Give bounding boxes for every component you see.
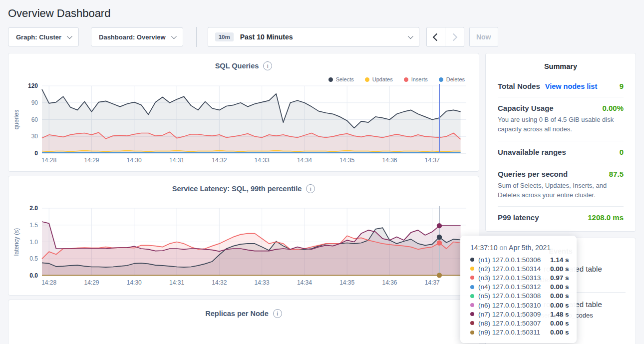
x-tick-label: 14:31 [169,157,184,164]
y-axis-label: queries [13,110,20,129]
legend-item-deletes[interactable]: Deletes [439,76,465,82]
tooltip-node-row: (n7) 127.0.0.1:503091.48 s [470,310,577,319]
node-color-dot-icon [470,331,474,335]
metric-p99-latency: P99 latency 1208.0 ms [498,206,624,228]
chart-title: Replicas per Node [205,310,269,318]
x-tick-label: 14:28 [41,157,56,164]
metric-unavailable-ranges: Unavailable ranges 0 [498,141,624,163]
legend-dot-icon [365,77,369,82]
chevron-left-icon [432,33,440,41]
tooltip-node-value: 0.00 s [550,292,569,300]
tooltip-node-row: (n4) 127.0.0.1:503120.00 s [470,283,577,292]
tooltip-node-value: 0.00 s [550,283,569,291]
tooltip-time: 14:37:10 [470,244,498,252]
info-icon[interactable]: i [263,61,272,70]
chevron-down-icon [407,33,413,39]
metric-label: Unavailable ranges [498,148,566,156]
metric-label: P99 latency [498,213,539,222]
sql-queries-panel: SQL Queries i SelectsUpdatesInsertsDelet… [8,53,479,172]
metric-total-nodes: Total Nodes View nodes list 9 [498,75,624,97]
y-axis-label: latency (s) [13,228,20,256]
chart-title-row: SQL Queries i [8,61,479,70]
summary-panel: Summary Total Nodes View nodes list 9 Ca… [485,53,636,232]
tooltip-node-name: (n7) 127.0.0.1:50309 [478,311,548,318]
service-latency-panel: Service Latency: SQL, 99th percentile i … [8,176,479,296]
y-tick-label: 1.0 [29,239,38,246]
hover-dot-(n9) 127.0.0.1:50311 [437,273,442,278]
time-next-button[interactable] [445,27,464,47]
x-tick-label: 14:34 [297,279,312,286]
time-range-dropdown[interactable]: 10m Past 10 Minutes [208,27,419,47]
y-tick-label: 1.5 [29,222,38,229]
x-tick-label: 14:29 [84,279,99,286]
sql-queries-chart[interactable]: 14:2814:2914:3014:3114:3214:3314:3414:35… [8,81,479,166]
chart-title-row: Replicas per Node i [8,309,479,318]
view-nodes-list-link[interactable]: View nodes list [545,82,598,90]
dashboard-dropdown[interactable]: Dashboard: Overview [91,27,183,46]
y-tick-label: 0.5 [29,255,38,262]
x-tick-label: 14:36 [382,279,397,286]
y-tick-label: 30 [31,133,38,140]
x-tick-label: 14:33 [255,157,270,164]
now-button[interactable]: Now [469,27,498,47]
node-color-dot-icon [470,312,474,316]
tooltip-node-name: (n8) 127.0.0.1:50307 [478,320,548,327]
graph-scope-dropdown[interactable]: Graph: Cluster [8,27,79,46]
time-range-label: Past 10 Minutes [240,33,293,41]
hover-dot-(n3) 127.0.0.1:50313 [437,240,442,245]
chart-hover-tooltip: 14:37:10 on Apr 5th, 2021 (n1) 127.0.0.1… [460,236,577,343]
legend-item-inserts[interactable]: Inserts [404,76,428,82]
time-prev-button[interactable] [426,27,445,47]
tooltip-node-value: 0.00 s [550,302,569,309]
dashboard-label: Dashboard: Overview [99,33,166,41]
tooltip-node-name: (n4) 127.0.0.1:50312 [478,283,548,291]
summary-title: Summary [498,62,624,70]
tooltip-node-value: 1.48 s [550,311,569,318]
service-latency-chart[interactable]: 14:2814:2914:3014:3114:3214:3314:3414:35… [8,204,479,289]
chevron-down-icon [171,33,176,39]
chevron-right-icon [450,33,458,41]
tooltip-node-value: 0.00 s [550,265,569,273]
metric-value: 0 [620,148,624,156]
chart-title: SQL Queries [215,62,259,70]
x-tick-label: 14:29 [84,157,99,164]
node-color-dot-icon [470,276,474,280]
y-tick-label: 2.0 [29,205,38,212]
metric-label: Queries per second [498,170,568,178]
graph-scope-label: Graph: Cluster [16,33,61,41]
metric-description: You are using 0 B of 4.5 GiB usable disk… [498,115,624,134]
x-tick-label: 14:37 [425,279,440,286]
dashboard-controls: Graph: Cluster Dashboard: Overview 10m P… [8,27,636,47]
legend-label: Selects [336,76,354,82]
replicas-per-node-panel: Replicas per Node i [8,300,479,344]
tooltip-node-value: 1.14 s [550,256,569,264]
node-color-dot-icon [470,267,474,271]
info-icon[interactable]: i [273,309,282,318]
y-tick-label: 60 [31,116,38,123]
time-range-badge: 10m [215,32,234,41]
x-tick-label: 14:32 [212,279,227,286]
metric-description: Sum of Selects, Updates, Inserts, and De… [498,181,624,200]
node-color-dot-icon [470,294,474,298]
tooltip-node-row: (n6) 127.0.0.1:503100.00 s [470,301,577,310]
legend-item-updates[interactable]: Updates [365,76,393,82]
x-tick-label: 14:35 [339,157,354,164]
tooltip-on: on [499,244,507,252]
legend-item-selects[interactable]: Selects [328,76,354,82]
info-icon[interactable]: i [306,184,315,193]
tooltip-node-name: (n3) 127.0.0.1:50313 [478,274,548,282]
charts-column: SQL Queries i SelectsUpdatesInsertsDelet… [8,53,479,344]
legend-label: Deletes [446,76,465,82]
y-tick-label: 0 [34,150,38,157]
legend-label: Updates [372,76,393,82]
tooltip-node-row: (n3) 127.0.0.1:503130.97 s [470,273,577,282]
x-tick-label: 14:30 [127,157,142,164]
tooltip-node-row: (n5) 127.0.0.1:503080.00 s [470,292,577,301]
tooltip-node-name: (n1) 127.0.0.1:50306 [478,256,548,264]
chart-title-row: Service Latency: SQL, 99th percentile i [8,184,479,193]
x-tick-label: 14:28 [41,279,56,286]
metric-value: 1208.0 ms [588,213,624,222]
x-tick-label: 14:36 [382,157,397,164]
x-tick-label: 14:30 [127,279,142,286]
tooltip-node-name: (n5) 127.0.0.1:50308 [478,292,548,300]
